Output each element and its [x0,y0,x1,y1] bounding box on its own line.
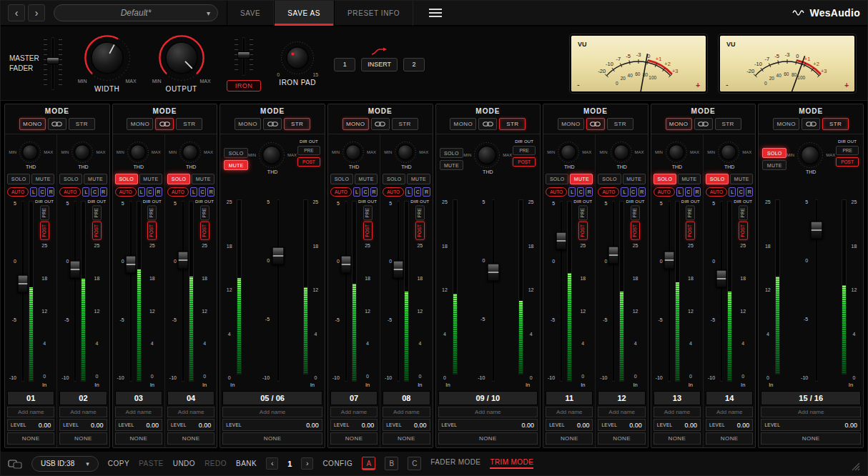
pan-right-button[interactable]: R [155,187,162,197]
auto-button[interactable]: AUTO [598,187,619,197]
mute-button[interactable]: MUTE [762,160,786,170]
pan-right-button[interactable]: R [370,187,378,197]
solo-button[interactable]: SOLO [59,174,82,184]
thd-knob[interactable] [71,141,94,164]
auto-button[interactable]: AUTO [383,187,404,197]
fader-handle[interactable] [46,57,59,64]
thd-knob[interactable] [179,141,202,164]
route-select[interactable]: NONE [167,432,214,445]
output-knob[interactable] [158,34,205,81]
pan-center-button[interactable]: C [737,187,744,197]
mute-button[interactable]: MUTE [192,174,214,184]
thd-knob[interactable] [258,142,285,169]
mute-button[interactable]: MUTE [139,174,162,184]
link-mode-button[interactable] [586,118,605,130]
thd-knob[interactable] [797,142,824,169]
iron-pad-knob[interactable] [280,41,315,75]
mute-button[interactable]: MUTE [224,160,248,170]
str-mode-button[interactable]: STR [499,118,526,130]
pre-button[interactable]: PRE [686,205,695,220]
insert-1-button[interactable]: 1 [334,58,355,71]
link-mode-button[interactable] [263,118,282,130]
fader-handle[interactable] [177,252,188,269]
channel-name-input[interactable]: Add name [167,407,214,417]
route-select[interactable]: NONE [598,432,645,445]
pan-center-button[interactable]: C [685,187,692,197]
redo-button[interactable]: REDO [204,460,227,467]
fader-handle[interactable] [18,275,29,293]
pan-left-button[interactable]: L [676,187,684,197]
str-mode-button[interactable]: STR [822,118,849,130]
solo-button[interactable]: SOLO [383,174,405,184]
thd-knob[interactable] [610,141,633,164]
link-mode-button[interactable] [48,118,66,130]
preset-select[interactable]: Default* ▾ [54,4,218,21]
channel-fader[interactable] [341,201,351,382]
str-mode-button[interactable]: STR [176,118,202,130]
preset-prev-button[interactable]: ‹ [8,4,25,21]
channel-fader[interactable] [487,199,500,382]
snapshot-c-button[interactable]: C [408,457,421,470]
mute-button[interactable]: MUTE [355,174,378,184]
post-button[interactable]: POST [686,222,695,240]
fader-handle[interactable] [70,261,81,279]
pan-right-button[interactable]: R [100,187,107,197]
link-mode-button[interactable] [802,118,820,130]
route-select[interactable]: NONE [383,432,430,445]
route-select[interactable]: NONE [222,432,322,445]
pan-right-button[interactable]: R [746,187,753,197]
pan-right-button[interactable]: R [207,187,214,197]
auto-button[interactable]: AUTO [546,187,567,197]
thd-knob[interactable] [665,141,688,164]
width-knob[interactable] [84,34,131,81]
solo-button[interactable]: SOLO [546,174,568,184]
post-button[interactable]: POST [200,222,209,240]
pan-left-button[interactable]: L [190,187,197,197]
pre-button[interactable]: PRE [513,146,536,155]
auto-button[interactable]: AUTO [115,187,137,197]
thd-knob[interactable] [557,141,580,164]
trim-mode-button[interactable]: TRIM MODE [490,458,533,469]
solo-button[interactable]: SOLO [115,174,138,184]
solo-button[interactable]: SOLO [598,174,621,184]
str-mode-button[interactable]: STR [284,118,310,130]
pan-center-button[interactable]: C [362,187,369,197]
solo-button[interactable]: SOLO [706,174,729,184]
channel-fader[interactable] [608,201,618,382]
channel-fader[interactable] [272,199,285,382]
paste-button[interactable]: PASTE [139,460,164,467]
solo-button[interactable]: SOLO [654,174,676,184]
thd-knob[interactable] [19,141,41,164]
mute-button[interactable]: MUTE [84,174,107,184]
pan-right-button[interactable]: R [586,187,593,197]
pan-center-button[interactable]: C [199,187,206,197]
post-button[interactable]: POST [363,222,373,240]
str-mode-button[interactable]: STR [715,118,741,130]
copy-button[interactable]: COPY [108,460,129,467]
pre-button[interactable]: PRE [836,146,859,155]
auto-button[interactable]: AUTO [706,187,727,197]
str-mode-button[interactable]: STR [607,118,633,130]
channel-fader[interactable] [178,201,188,382]
fader-mode-button[interactable]: FADER MODE [430,458,480,469]
route-select[interactable]: NONE [706,432,753,445]
channel-fader[interactable] [716,201,726,382]
mute-button[interactable]: MUTE [407,174,430,184]
channel-name-input[interactable]: Add name [598,407,645,417]
pan-left-button[interactable]: L [353,187,360,197]
solo-button[interactable]: SOLO [7,174,30,184]
pre-button[interactable]: PRE [739,205,748,220]
pan-center-button[interactable]: C [414,187,421,197]
usb-id-select[interactable]: USB ID:38 ▾ [31,456,99,472]
route-select[interactable]: NONE [330,432,378,445]
channel-name-input[interactable]: Add name [115,407,162,417]
pan-right-button[interactable]: R [423,187,430,197]
auto-button[interactable]: AUTO [654,187,675,197]
mute-button[interactable]: MUTE [31,174,54,184]
iron-badge[interactable]: IRON [227,80,262,91]
channel-fader[interactable] [664,201,674,382]
mono-mode-button[interactable]: MONO [342,118,369,130]
link-mode-button[interactable] [371,118,390,130]
mute-button[interactable]: MUTE [570,174,593,184]
insert-button[interactable]: INSERT [361,58,398,71]
